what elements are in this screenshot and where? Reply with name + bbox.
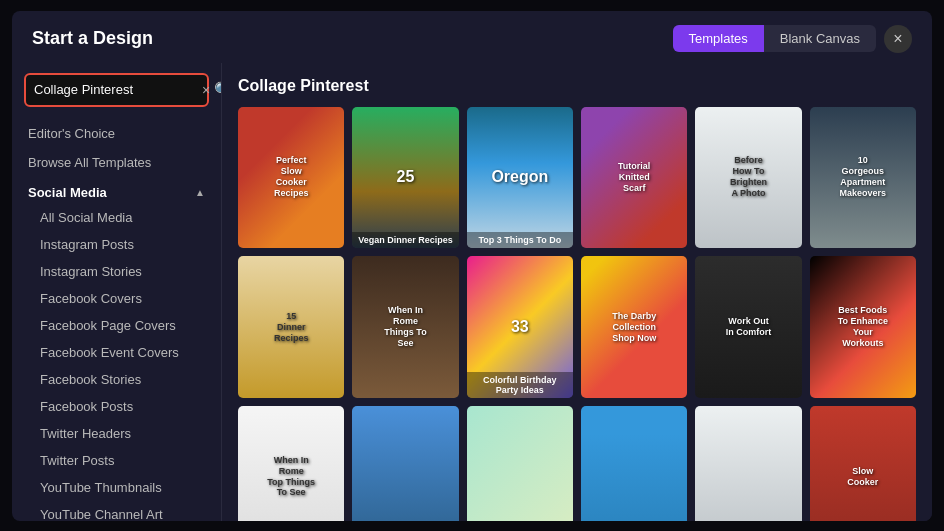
card-text: 10 GorgeousApartmentMakeovers <box>836 156 889 199</box>
template-card[interactable]: Oregon Top 3 Things To Do <box>467 107 573 249</box>
template-card[interactable] <box>467 406 573 520</box>
template-card[interactable]: Slow Cooker <box>810 406 916 520</box>
modal-title: Start a Design <box>32 28 153 49</box>
sidebar: × 🔍 Editor's Choice Browse All Templates… <box>12 63 222 521</box>
card-text: 33 <box>511 318 529 337</box>
tab-templates[interactable]: Templates <box>673 25 764 52</box>
sidebar-item-browse-all[interactable]: Browse All Templates <box>12 148 221 177</box>
template-card[interactable]: Best FoodsTo EnhanceYour Workouts <box>810 256 916 398</box>
sidebar-item-twitter-headers[interactable]: Twitter Headers <box>12 420 221 447</box>
card-label: Top 3 Things To Do <box>467 232 573 248</box>
template-card[interactable] <box>695 406 801 520</box>
tab-blank-canvas[interactable]: Blank Canvas <box>764 25 876 52</box>
modal-overlay: Start a Design Templates Blank Canvas × … <box>0 0 944 531</box>
card-text: 25 <box>397 168 415 187</box>
sidebar-item-youtube-thumbnails[interactable]: YouTube Thumbnails <box>12 474 221 501</box>
chevron-up-icon: ▲ <box>195 187 205 198</box>
sidebar-item-youtube-channel-art[interactable]: YouTube Channel Art <box>12 501 221 521</box>
template-card[interactable] <box>352 406 458 520</box>
template-card[interactable]: PerfectSlow CookerRecipes <box>238 107 344 249</box>
template-card[interactable]: TutorialKnittedScarf <box>581 107 687 249</box>
header-right: Templates Blank Canvas × <box>673 25 912 53</box>
sidebar-item-instagram-posts[interactable]: Instagram Posts <box>12 231 221 258</box>
modal-body: × 🔍 Editor's Choice Browse All Templates… <box>12 63 932 521</box>
card-text: Work OutIn Comfort <box>726 316 772 338</box>
modal: Start a Design Templates Blank Canvas × … <box>12 11 932 521</box>
template-card[interactable]: When In RomeThings To See <box>352 256 458 398</box>
sidebar-item-facebook-stories[interactable]: Facebook Stories <box>12 366 221 393</box>
sidebar-section-social-media[interactable]: Social Media ▲ <box>12 177 221 204</box>
sidebar-item-all-social-media[interactable]: All Social Media <box>12 204 221 231</box>
close-button[interactable]: × <box>884 25 912 53</box>
sidebar-item-instagram-stories[interactable]: Instagram Stories <box>12 258 221 285</box>
card-text: Best FoodsTo EnhanceYour Workouts <box>836 306 889 349</box>
modal-header: Start a Design Templates Blank Canvas × <box>12 11 932 63</box>
template-card[interactable]: 10 GorgeousApartmentMakeovers <box>810 107 916 249</box>
template-card[interactable]: When In RomeTop Things To See <box>238 406 344 520</box>
card-text: TutorialKnittedScarf <box>618 161 650 193</box>
card-text: When In RomeTop Things To See <box>265 455 318 498</box>
sidebar-item-facebook-event-covers[interactable]: Facebook Event Covers <box>12 339 221 366</box>
card-text: When In RomeThings To See <box>379 306 432 349</box>
clear-search-icon[interactable]: × <box>202 82 210 98</box>
sidebar-item-facebook-posts[interactable]: Facebook Posts <box>12 393 221 420</box>
sidebar-item-twitter-posts[interactable]: Twitter Posts <box>12 447 221 474</box>
template-grid: PerfectSlow CookerRecipes 25 Vegan Dinne… <box>238 107 916 521</box>
sidebar-item-editors-choice[interactable]: Editor's Choice <box>12 119 221 148</box>
template-card[interactable] <box>581 406 687 520</box>
template-card[interactable]: 33 Colorful Birthday Party Ideas <box>467 256 573 398</box>
card-label: Vegan Dinner Recipes <box>352 232 458 248</box>
search-icon[interactable]: 🔍 <box>214 81 222 99</box>
template-card[interactable]: 15Dinner Recipes <box>238 256 344 398</box>
main-content: Collage Pinterest PerfectSlow CookerReci… <box>222 63 932 521</box>
card-text: 15Dinner Recipes <box>265 311 318 343</box>
search-box: × 🔍 <box>24 73 209 107</box>
card-text: Slow Cooker <box>836 466 889 488</box>
card-text: BeforeHow To BrightenA Photo <box>722 156 775 199</box>
card-text: The DarbyCollectionShop Now <box>612 311 656 343</box>
template-card[interactable]: BeforeHow To BrightenA Photo <box>695 107 801 249</box>
template-card[interactable]: 25 Vegan Dinner Recipes <box>352 107 458 249</box>
section-title: Collage Pinterest <box>238 77 916 95</box>
card-label: Colorful Birthday Party Ideas <box>467 372 573 398</box>
card-text: Oregon <box>491 168 548 187</box>
card-text: PerfectSlow CookerRecipes <box>265 156 318 199</box>
sidebar-item-facebook-covers[interactable]: Facebook Covers <box>12 285 221 312</box>
template-card[interactable]: The DarbyCollectionShop Now <box>581 256 687 398</box>
tab-group: Templates Blank Canvas <box>673 25 876 52</box>
search-input[interactable] <box>34 82 202 97</box>
template-card[interactable]: Work OutIn Comfort <box>695 256 801 398</box>
sidebar-item-facebook-page-covers[interactable]: Facebook Page Covers <box>12 312 221 339</box>
